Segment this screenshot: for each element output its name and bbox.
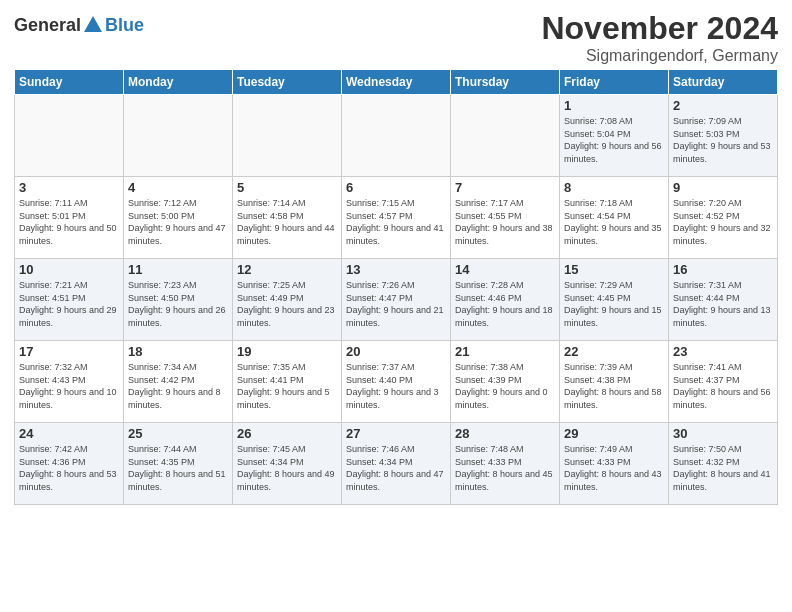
day-number: 20 (346, 344, 446, 359)
day-number: 9 (673, 180, 773, 195)
day-number: 27 (346, 426, 446, 441)
header: General Blue November 2024 Sigmaringendo… (14, 10, 778, 65)
table-row: 14Sunrise: 7:28 AM Sunset: 4:46 PM Dayli… (451, 259, 560, 341)
day-number: 15 (564, 262, 664, 277)
table-row: 25Sunrise: 7:44 AM Sunset: 4:35 PM Dayli… (124, 423, 233, 505)
table-row: 13Sunrise: 7:26 AM Sunset: 4:47 PM Dayli… (342, 259, 451, 341)
day-number: 29 (564, 426, 664, 441)
table-row: 30Sunrise: 7:50 AM Sunset: 4:32 PM Dayli… (669, 423, 778, 505)
table-row: 9Sunrise: 7:20 AM Sunset: 4:52 PM Daylig… (669, 177, 778, 259)
day-number: 1 (564, 98, 664, 113)
day-info: Sunrise: 7:11 AM Sunset: 5:01 PM Dayligh… (19, 197, 119, 247)
day-info: Sunrise: 7:23 AM Sunset: 4:50 PM Dayligh… (128, 279, 228, 329)
day-info: Sunrise: 7:28 AM Sunset: 4:46 PM Dayligh… (455, 279, 555, 329)
calendar-week-row: 1Sunrise: 7:08 AM Sunset: 5:04 PM Daylig… (15, 95, 778, 177)
logo: General Blue (14, 14, 144, 36)
table-row: 11Sunrise: 7:23 AM Sunset: 4:50 PM Dayli… (124, 259, 233, 341)
table-row (15, 95, 124, 177)
logo-blue-text: Blue (105, 15, 144, 36)
day-number: 26 (237, 426, 337, 441)
svg-marker-0 (84, 16, 102, 32)
day-info: Sunrise: 7:25 AM Sunset: 4:49 PM Dayligh… (237, 279, 337, 329)
calendar-week-row: 10Sunrise: 7:21 AM Sunset: 4:51 PM Dayli… (15, 259, 778, 341)
day-info: Sunrise: 7:17 AM Sunset: 4:55 PM Dayligh… (455, 197, 555, 247)
day-number: 7 (455, 180, 555, 195)
day-number: 11 (128, 262, 228, 277)
header-saturday: Saturday (669, 70, 778, 95)
page-subtitle: Sigmaringendorf, Germany (541, 47, 778, 65)
day-info: Sunrise: 7:41 AM Sunset: 4:37 PM Dayligh… (673, 361, 773, 411)
table-row: 26Sunrise: 7:45 AM Sunset: 4:34 PM Dayli… (233, 423, 342, 505)
day-number: 28 (455, 426, 555, 441)
day-info: Sunrise: 7:26 AM Sunset: 4:47 PM Dayligh… (346, 279, 446, 329)
day-number: 17 (19, 344, 119, 359)
day-info: Sunrise: 7:12 AM Sunset: 5:00 PM Dayligh… (128, 197, 228, 247)
table-row: 3Sunrise: 7:11 AM Sunset: 5:01 PM Daylig… (15, 177, 124, 259)
day-info: Sunrise: 7:21 AM Sunset: 4:51 PM Dayligh… (19, 279, 119, 329)
calendar-container: General Blue November 2024 Sigmaringendo… (0, 0, 792, 612)
day-number: 19 (237, 344, 337, 359)
calendar-week-row: 24Sunrise: 7:42 AM Sunset: 4:36 PM Dayli… (15, 423, 778, 505)
day-info: Sunrise: 7:34 AM Sunset: 4:42 PM Dayligh… (128, 361, 228, 411)
table-row: 18Sunrise: 7:34 AM Sunset: 4:42 PM Dayli… (124, 341, 233, 423)
day-info: Sunrise: 7:42 AM Sunset: 4:36 PM Dayligh… (19, 443, 119, 493)
table-row (451, 95, 560, 177)
table-row: 29Sunrise: 7:49 AM Sunset: 4:33 PM Dayli… (560, 423, 669, 505)
day-info: Sunrise: 7:20 AM Sunset: 4:52 PM Dayligh… (673, 197, 773, 247)
day-info: Sunrise: 7:32 AM Sunset: 4:43 PM Dayligh… (19, 361, 119, 411)
day-number: 4 (128, 180, 228, 195)
table-row: 24Sunrise: 7:42 AM Sunset: 4:36 PM Dayli… (15, 423, 124, 505)
day-info: Sunrise: 7:37 AM Sunset: 4:40 PM Dayligh… (346, 361, 446, 411)
day-info: Sunrise: 7:49 AM Sunset: 4:33 PM Dayligh… (564, 443, 664, 493)
day-info: Sunrise: 7:31 AM Sunset: 4:44 PM Dayligh… (673, 279, 773, 329)
table-row: 4Sunrise: 7:12 AM Sunset: 5:00 PM Daylig… (124, 177, 233, 259)
table-row: 12Sunrise: 7:25 AM Sunset: 4:49 PM Dayli… (233, 259, 342, 341)
day-info: Sunrise: 7:45 AM Sunset: 4:34 PM Dayligh… (237, 443, 337, 493)
header-monday: Monday (124, 70, 233, 95)
header-friday: Friday (560, 70, 669, 95)
table-row: 27Sunrise: 7:46 AM Sunset: 4:34 PM Dayli… (342, 423, 451, 505)
weekday-header-row: Sunday Monday Tuesday Wednesday Thursday… (15, 70, 778, 95)
day-number: 3 (19, 180, 119, 195)
day-number: 14 (455, 262, 555, 277)
header-tuesday: Tuesday (233, 70, 342, 95)
day-number: 5 (237, 180, 337, 195)
page-title: November 2024 (541, 10, 778, 47)
table-row: 7Sunrise: 7:17 AM Sunset: 4:55 PM Daylig… (451, 177, 560, 259)
day-info: Sunrise: 7:15 AM Sunset: 4:57 PM Dayligh… (346, 197, 446, 247)
day-info: Sunrise: 7:14 AM Sunset: 4:58 PM Dayligh… (237, 197, 337, 247)
day-number: 12 (237, 262, 337, 277)
table-row: 19Sunrise: 7:35 AM Sunset: 4:41 PM Dayli… (233, 341, 342, 423)
table-row: 20Sunrise: 7:37 AM Sunset: 4:40 PM Dayli… (342, 341, 451, 423)
header-thursday: Thursday (451, 70, 560, 95)
calendar-week-row: 3Sunrise: 7:11 AM Sunset: 5:01 PM Daylig… (15, 177, 778, 259)
day-number: 23 (673, 344, 773, 359)
table-row (342, 95, 451, 177)
table-row: 6Sunrise: 7:15 AM Sunset: 4:57 PM Daylig… (342, 177, 451, 259)
header-wednesday: Wednesday (342, 70, 451, 95)
table-row: 1Sunrise: 7:08 AM Sunset: 5:04 PM Daylig… (560, 95, 669, 177)
table-row: 8Sunrise: 7:18 AM Sunset: 4:54 PM Daylig… (560, 177, 669, 259)
header-sunday: Sunday (15, 70, 124, 95)
day-number: 6 (346, 180, 446, 195)
table-row: 23Sunrise: 7:41 AM Sunset: 4:37 PM Dayli… (669, 341, 778, 423)
day-info: Sunrise: 7:29 AM Sunset: 4:45 PM Dayligh… (564, 279, 664, 329)
table-row: 28Sunrise: 7:48 AM Sunset: 4:33 PM Dayli… (451, 423, 560, 505)
day-info: Sunrise: 7:48 AM Sunset: 4:33 PM Dayligh… (455, 443, 555, 493)
table-row: 2Sunrise: 7:09 AM Sunset: 5:03 PM Daylig… (669, 95, 778, 177)
day-info: Sunrise: 7:09 AM Sunset: 5:03 PM Dayligh… (673, 115, 773, 165)
day-info: Sunrise: 7:35 AM Sunset: 4:41 PM Dayligh… (237, 361, 337, 411)
day-number: 10 (19, 262, 119, 277)
title-block: November 2024 Sigmaringendorf, Germany (541, 10, 778, 65)
table-row (233, 95, 342, 177)
day-number: 2 (673, 98, 773, 113)
table-row: 21Sunrise: 7:38 AM Sunset: 4:39 PM Dayli… (451, 341, 560, 423)
table-row: 15Sunrise: 7:29 AM Sunset: 4:45 PM Dayli… (560, 259, 669, 341)
day-number: 13 (346, 262, 446, 277)
day-number: 25 (128, 426, 228, 441)
calendar-week-row: 17Sunrise: 7:32 AM Sunset: 4:43 PM Dayli… (15, 341, 778, 423)
day-number: 16 (673, 262, 773, 277)
day-info: Sunrise: 7:08 AM Sunset: 5:04 PM Dayligh… (564, 115, 664, 165)
day-number: 22 (564, 344, 664, 359)
table-row: 10Sunrise: 7:21 AM Sunset: 4:51 PM Dayli… (15, 259, 124, 341)
